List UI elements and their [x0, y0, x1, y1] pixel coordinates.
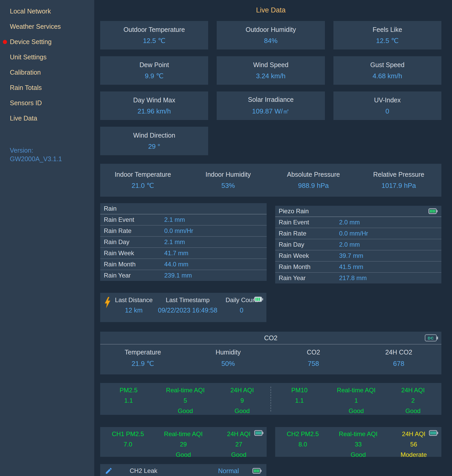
card-label: Day Wind Max — [133, 96, 175, 104]
sidebar-item-sensors-id[interactable]: Sensors ID — [0, 95, 94, 111]
rain-table: Rain Rain Event2.1 mm Rain Rate0.0 mm/Hr… — [100, 203, 267, 281]
card-day-wind-max: Day Wind Max21.96 km/h — [100, 91, 208, 120]
table-row: Rain Event2.0 mm — [275, 217, 442, 228]
card-value: 1017.9 hPa — [382, 182, 416, 190]
card-label: Indoor Temperature — [115, 171, 171, 178]
card-wind-speed: Wind Speed3.24 km/h — [217, 56, 325, 85]
card-value: 21.96 km/h — [137, 107, 171, 115]
pm25: PM2.51.1 — [100, 387, 157, 415]
sidebar-item-weather-services[interactable]: Weather Services — [0, 19, 94, 34]
card-label: Dew Point — [140, 61, 169, 69]
indoor-temperature: Indoor Temperature21.0 ℃ — [100, 164, 186, 197]
firmware-version: Version: GW2000A_V3.1.1 — [0, 146, 94, 163]
card-label: Wind Speed — [253, 61, 288, 69]
sidebar-item-label: Calibration — [10, 69, 41, 76]
card-value: 4.68 km/h — [373, 72, 402, 80]
pm10-realtime-aqi: Real-time AQI1Good — [328, 387, 384, 415]
sidebar-item-rain-totals[interactable]: Rain Totals — [0, 80, 94, 95]
ch1-pm25-card: CH1 PM2.57.0 Real-time AQI29Good 24H AQI… — [100, 427, 267, 457]
card-value: 9.9 ℃ — [145, 72, 164, 80]
pm10: PM101.1 — [271, 387, 328, 415]
ch1-pm25: CH1 PM2.57.0 — [100, 430, 156, 458]
pm25-realtime-aqi: Real-time AQI5Good — [157, 387, 214, 415]
sidebar-item-label: Rain Totals — [10, 84, 42, 91]
pm25-group: PM2.51.1 Real-time AQI5Good 24H AQI9Good — [100, 387, 271, 411]
piezo-rain-table: Piezo Rain Rain Event2.0 mm Rain Rate0.0… — [275, 206, 442, 283]
card-label: UV-Index — [374, 96, 401, 104]
sidebar-item-label: Live Data — [10, 115, 37, 122]
app-root: Local Network Weather Services Device Se… — [0, 0, 452, 476]
card-label: Feels Like — [373, 26, 402, 33]
co2-title: CO2 — [264, 334, 277, 342]
card-value: 109.87 W/㎡ — [252, 107, 290, 116]
leak-status: Normal — [218, 467, 239, 475]
card-label: Solar Irradiance — [248, 96, 294, 103]
last-distance: Last Distance12 km — [113, 296, 155, 314]
pm25-24h-aqi: 24H AQI9Good — [214, 387, 271, 415]
card-value: 3.24 km/h — [256, 72, 286, 80]
card-value: 53% — [221, 182, 235, 190]
co2-header: CO2 DC — [100, 332, 441, 344]
co2-value: CO2758 — [271, 349, 356, 368]
table-row: Rain Week39.7 mm — [275, 250, 442, 261]
table-row: Rain Day2.1 mm — [100, 237, 267, 248]
table-row: Rain Year217.8 mm — [275, 273, 442, 283]
sidebar-item-device-setting[interactable]: Device Setting — [0, 34, 94, 49]
table-row: Rain Day2.0 mm — [275, 239, 442, 250]
card-feels-like: Feels Like12.5 ℃ — [333, 21, 441, 49]
sidebar-item-label: Weather Services — [10, 23, 61, 30]
table-row: Rain Month41.5 mm — [275, 261, 442, 273]
co2-body: Temperature21.9 ℃ Humidity50% CO2758 24H… — [100, 344, 441, 374]
main-content: Live Data Outdoor Temperature12.5 ℃ Outd… — [94, 0, 452, 476]
battery-icon — [254, 296, 263, 302]
ch2-pm25: CH2 PM2.58.0 — [275, 430, 331, 458]
rain-section: Rain Rain Event2.1 mm Rain Rate0.0 mm/Hr… — [100, 203, 441, 283]
co2-humidity: Humidity50% — [186, 349, 271, 368]
ch2-pm25-card: CH2 PM2.58.0 Real-time AQI33Good 24H AQI… — [275, 427, 442, 457]
sidebar-item-label: Sensors ID — [10, 99, 42, 106]
sidebar: Local Network Weather Services Device Se… — [0, 0, 94, 476]
pm-panel: PM2.51.1 Real-time AQI5Good 24H AQI9Good… — [100, 383, 441, 415]
sidebar-item-live-data[interactable]: Live Data — [0, 111, 94, 126]
card-value: 0 — [385, 107, 389, 115]
sidebar-nav: Local Network Weather Services Device Se… — [0, 4, 94, 126]
indoor-strip: Indoor Temperature21.0 ℃ Indoor Humidity… — [100, 164, 441, 197]
version-value: GW2000A_V3.1.1 — [10, 155, 94, 163]
card-value: 12.5 ℃ — [143, 37, 165, 45]
rain-title: Rain — [104, 205, 116, 212]
sidebar-item-calibration[interactable]: Calibration — [0, 65, 94, 80]
battery-icon — [252, 468, 262, 474]
edit-pencil-icon[interactable] — [105, 467, 113, 475]
card-outdoor-temperature: Outdoor Temperature12.5 ℃ — [100, 21, 208, 49]
card-label: Wind Direction — [133, 132, 175, 139]
piezo-rain-title: Piezo Rain — [279, 208, 309, 215]
piezo-rain-table-header: Piezo Rain — [275, 206, 442, 217]
card-label: Gust Speed — [370, 61, 404, 69]
page-title: Live Data — [100, 6, 441, 14]
version-label: Version: — [10, 146, 94, 155]
card-label: Relative Pressure — [373, 171, 424, 178]
card-wind-direction: Wind Direction29 ° — [100, 127, 208, 155]
relative-pressure: Relative Pressure1017.9 hPa — [356, 164, 442, 197]
card-label: Outdoor Temperature — [123, 26, 185, 33]
table-row: Rain Rate0.0 mm/Hr — [275, 228, 442, 239]
ch2-realtime-aqi: Real-time AQI33Good — [331, 430, 386, 458]
absolute-pressure: Absolute Pressure988.9 hPa — [271, 164, 356, 197]
card-gust-speed: Gust Speed4.68 km/h — [333, 56, 441, 85]
battery-icon — [254, 430, 264, 436]
battery-icon — [428, 208, 438, 214]
lightning-card: Last Distance12 km Last Timestamp09/22/2… — [100, 293, 266, 322]
channel-row: CH1 PM2.57.0 Real-time AQI29Good 24H AQI… — [100, 427, 441, 457]
summary-grid: Outdoor Temperature12.5 ℃ Outdoor Humidi… — [100, 21, 441, 155]
table-row: Rain Week41.7 mm — [100, 248, 267, 259]
sidebar-item-label: Local Network — [10, 8, 51, 15]
card-value: 84% — [264, 37, 278, 45]
card-uv-index: UV-Index0 — [333, 91, 441, 120]
table-row: Rain Rate0.0 mm/Hr — [100, 225, 267, 237]
sidebar-item-unit-settings[interactable]: Unit Settings — [0, 49, 94, 65]
dc-power-icon: DC — [425, 335, 437, 342]
active-red-dot-icon — [3, 40, 7, 44]
last-timestamp: Last Timestamp09/22/2023 16:49:58 — [155, 296, 221, 314]
sidebar-item-local-network[interactable]: Local Network — [0, 4, 94, 19]
co2-temperature: Temperature21.9 ℃ — [100, 349, 186, 368]
